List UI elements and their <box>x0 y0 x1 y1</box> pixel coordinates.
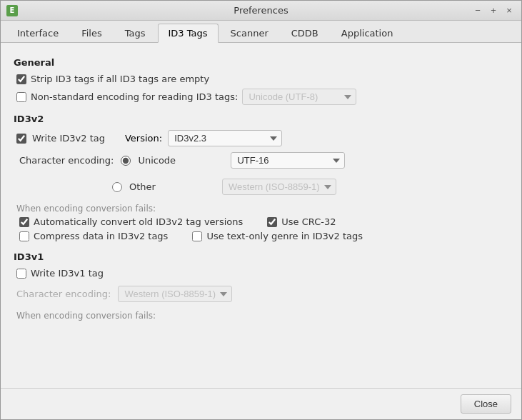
tab-id3tags[interactable]: ID3 Tags <box>158 24 219 43</box>
window-title: Preferences <box>234 5 288 16</box>
unicode-radio-label: Unicode <box>138 155 224 166</box>
tab-application[interactable]: Application <box>331 24 404 42</box>
write-id3v1-row: Write ID3v1 tag <box>14 268 508 279</box>
main-content: General Strip ID3 tags if all ID3 tags a… <box>1 43 521 388</box>
write-id3v2-row: Write ID3v2 tag Version: ID3v2.3 ID3v2.4… <box>16 130 508 146</box>
id3v1-section-title: ID3v1 <box>14 251 508 262</box>
text-only-genre-checkbox[interactable] <box>192 231 202 241</box>
write-id3v1-checkbox[interactable] <box>16 269 26 279</box>
app-icon: E <box>6 5 18 16</box>
id3v2-conversion-note: When encoding conversion fails: <box>16 204 508 214</box>
char-encoding-label: Character encoding: <box>19 155 114 166</box>
nonstandard-row: Non-standard encoding for reading ID3 ta… <box>14 89 508 105</box>
id3v1-encoding-select[interactable]: Western (ISO-8859-1) UTF-8 Latin-1 <box>118 286 232 302</box>
use-crc-row: Use CRC-32 <box>264 216 336 227</box>
nonstandard-encoding-checkbox[interactable] <box>16 92 26 102</box>
tab-scanner[interactable]: Scanner <box>220 24 279 42</box>
auto-convert-row: Automatically convert old ID3v2 tag vers… <box>16 216 243 227</box>
strip-id3-row: Strip ID3 tags if all ID3 tags are empty <box>14 74 508 84</box>
id3v2-version-select[interactable]: ID3v2.3 ID3v2.4 ID3v2.2 <box>168 130 282 146</box>
id3v2-options-row2: Compress data in ID3v2 tags Use text-onl… <box>14 231 508 241</box>
auto-convert-label: Automatically convert old ID3v2 tag vers… <box>34 216 243 227</box>
text-only-genre-row: Use text-only genre in ID3v2 tags <box>189 231 363 241</box>
minimize-button[interactable]: − <box>471 4 484 17</box>
nonstandard-encoding-select[interactable]: Unicode (UTF-8) Latin-1 UTF-16 <box>242 89 356 105</box>
id3v2-options-row1: Automatically convert old ID3v2 tag vers… <box>14 216 508 227</box>
unicode-radio[interactable] <box>121 156 131 166</box>
tab-cddb[interactable]: CDDB <box>281 24 329 42</box>
unicode-encoding-select[interactable]: UTF-16 UTF-8 <box>231 152 345 169</box>
use-crc-checkbox[interactable] <box>267 217 277 227</box>
id3v1-encoding-label: Character encoding: <box>16 289 111 299</box>
compress-label: Compress data in ID3v2 tags <box>34 231 168 241</box>
other-encoding-row: Other Western (ISO-8859-1) Latin-1 <box>16 179 508 195</box>
id3v1-conversion-note: When encoding conversion fails: <box>16 311 508 321</box>
text-only-genre-label: Use text-only genre in ID3v2 tags <box>206 231 363 241</box>
compress-checkbox[interactable] <box>19 231 29 241</box>
other-encoding-select[interactable]: Western (ISO-8859-1) Latin-1 <box>222 179 336 195</box>
close-button[interactable]: Close <box>461 394 511 414</box>
write-id3v2-checkbox[interactable] <box>16 134 26 144</box>
window-controls: − + × <box>471 4 516 17</box>
tab-tags[interactable]: Tags <box>114 24 156 42</box>
char-encoding-row: Character encoding: Unicode UTF-16 UTF-8 <box>16 152 508 169</box>
id3v2-grid: Write ID3v2 tag Version: ID3v2.3 ID3v2.4… <box>14 130 508 199</box>
write-id3v2-label: Write ID3v2 tag <box>32 133 105 144</box>
other-radio-label: Other <box>129 181 215 192</box>
maximize-button[interactable]: + <box>487 4 500 17</box>
general-section-title: General <box>14 57 508 68</box>
id3v1-encoding-row: Character encoding: Western (ISO-8859-1)… <box>14 286 508 302</box>
compress-row: Compress data in ID3v2 tags <box>16 231 168 241</box>
nonstandard-encoding-label: Non-standard encoding for reading ID3 ta… <box>31 91 238 102</box>
version-label: Version: <box>125 133 162 144</box>
preferences-window: E Preferences − + × Interface Files Tags… <box>0 0 522 420</box>
tab-interface[interactable]: Interface <box>6 24 69 42</box>
strip-id3-label: Strip ID3 tags if all ID3 tags are empty <box>31 74 209 84</box>
titlebar: E Preferences − + × <box>1 1 521 21</box>
write-id3v1-label: Write ID3v1 tag <box>31 268 104 279</box>
other-radio[interactable] <box>112 182 122 192</box>
use-crc-label: Use CRC-32 <box>281 216 336 227</box>
id3v2-section-title: ID3v2 <box>14 114 508 124</box>
tab-files[interactable]: Files <box>71 24 113 42</box>
footer: Close <box>1 388 521 419</box>
auto-convert-checkbox[interactable] <box>19 217 29 227</box>
strip-id3-checkbox[interactable] <box>16 74 26 84</box>
tabs-bar: Interface Files Tags ID3 Tags Scanner CD… <box>1 21 521 43</box>
close-window-button[interactable]: × <box>503 4 516 17</box>
